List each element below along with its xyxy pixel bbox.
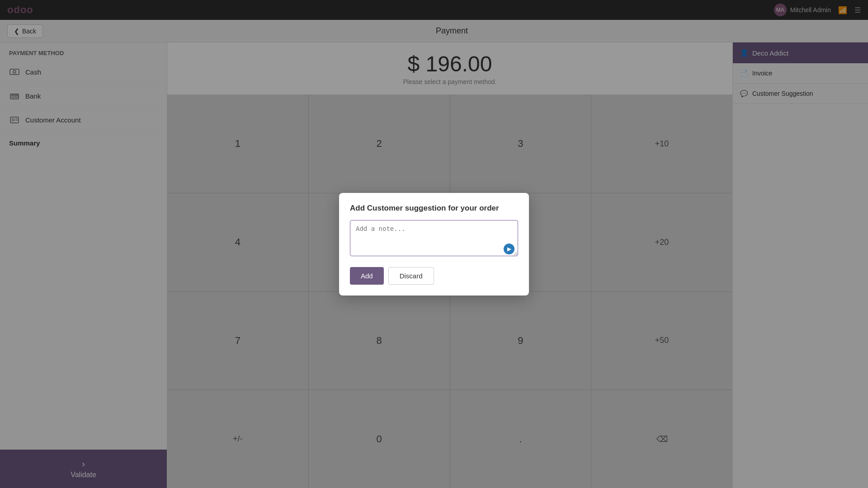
note-textarea[interactable]: [350, 220, 518, 256]
modal-actions: Add Discard: [350, 267, 518, 285]
modal-title: Add Customer suggestion for your order: [350, 204, 518, 213]
add-button[interactable]: Add: [350, 267, 384, 285]
modal-overlay: Add Customer suggestion for your order ▶…: [0, 0, 868, 488]
discard-button[interactable]: Discard: [388, 267, 434, 285]
customer-suggestion-modal: Add Customer suggestion for your order ▶…: [339, 193, 529, 296]
textarea-wrapper: ▶: [350, 220, 518, 258]
submit-note-icon[interactable]: ▶: [504, 244, 514, 254]
